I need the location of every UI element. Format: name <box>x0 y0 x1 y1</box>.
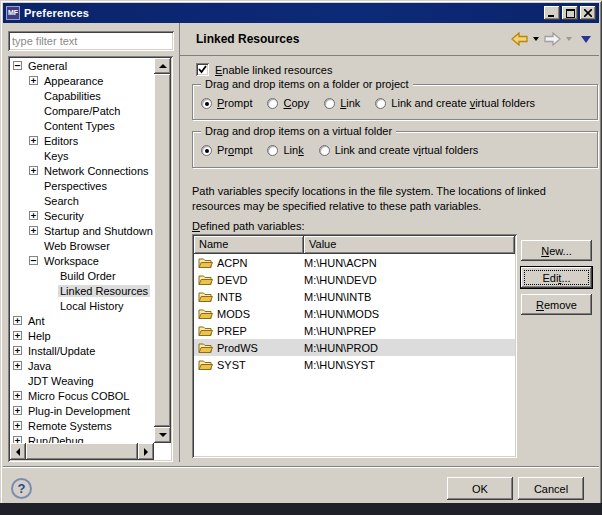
radio-label: Link and create virtual folders <box>391 97 535 109</box>
radio-link-and-create-virtual-folders[interactable]: Link and create virtual folders <box>375 97 535 109</box>
filter-input[interactable] <box>8 31 174 51</box>
minimize-icon <box>548 9 556 17</box>
plus-expander-icon[interactable]: + <box>13 316 22 325</box>
tree-item-label: Remote Systems <box>26 420 114 432</box>
plus-expander-icon[interactable]: + <box>29 76 38 85</box>
vertical-scroll-thumb[interactable] <box>154 74 171 427</box>
column-header-value[interactable]: Value <box>304 236 515 254</box>
close-icon <box>584 9 592 17</box>
close-button[interactable] <box>580 6 596 20</box>
radio-icon <box>267 98 278 109</box>
variable-name: ProdWS <box>217 342 304 354</box>
tree-item-label: Plug-in Development <box>26 405 132 417</box>
scroll-left-icon[interactable] <box>10 443 26 460</box>
tree-vertical-scrollbar[interactable] <box>154 58 171 443</box>
tree-item-content-types[interactable]: Content Types <box>10 118 154 133</box>
tree-item-editors[interactable]: +Editors <box>10 133 154 148</box>
tree-item-local-history[interactable]: Local History <box>10 298 154 313</box>
table-row-acpn[interactable]: ACPNM:\HUN\ACPN <box>194 254 515 271</box>
view-menu-icon[interactable] <box>581 36 591 43</box>
column-header-name[interactable]: Name <box>194 236 304 254</box>
back-history-caret-icon[interactable] <box>533 37 539 41</box>
desktop-background-strip <box>0 503 602 515</box>
tree-item-label: Startup and Shutdown <box>42 225 154 237</box>
table-row-devd[interactable]: DEVDM:\HUN\DEVD <box>194 271 515 288</box>
radio-selected-icon <box>201 98 212 109</box>
variable-name: PREP <box>217 325 304 337</box>
page-title: Linked Resources <box>196 32 299 46</box>
tree-item-startup-and-shutdown[interactable]: +Startup and Shutdown <box>10 223 154 238</box>
radio-prompt[interactable]: Prompt <box>201 144 252 156</box>
horizontal-scroll-thumb[interactable] <box>26 443 138 460</box>
ok-button[interactable]: OK <box>447 477 513 500</box>
plus-expander-icon[interactable]: + <box>13 421 22 430</box>
tree-item-workspace[interactable]: –Workspace <box>10 253 154 268</box>
plus-expander-icon[interactable]: + <box>29 211 38 220</box>
radio-link[interactable]: Link <box>267 144 303 156</box>
enable-linked-resources-checkbox[interactable]: Enable linked resources <box>196 63 332 76</box>
maximize-button[interactable] <box>562 6 578 20</box>
tree-item-network-connections[interactable]: +Network Connections <box>10 163 154 178</box>
tree-item-ant[interactable]: +Ant <box>10 313 154 328</box>
remove-button[interactable]: Remove <box>521 294 592 315</box>
table-row-prodws[interactable]: ProdWSM:\HUN\PROD <box>194 339 515 356</box>
new-button[interactable]: New... <box>521 240 592 261</box>
plus-expander-icon[interactable]: + <box>13 391 22 400</box>
tree-item-linked-resources[interactable]: Linked Resources <box>10 283 154 298</box>
table-row-intb[interactable]: INTBM:\HUN\INTB <box>194 288 515 305</box>
radio-copy[interactable]: Copy <box>267 97 309 109</box>
tree-item-security[interactable]: +Security <box>10 208 154 223</box>
table-row-mods[interactable]: MODSM:\HUN\MODS <box>194 305 515 322</box>
tree-item-install-update[interactable]: +Install/Update <box>10 343 154 358</box>
tree-item-help[interactable]: +Help <box>10 328 154 343</box>
help-button[interactable]: ? <box>11 478 32 499</box>
panel-header: Linked Resources <box>180 23 599 56</box>
minimize-button[interactable] <box>544 6 560 20</box>
tree-item-search[interactable]: Search <box>10 193 154 208</box>
plus-expander-icon[interactable]: + <box>13 331 22 340</box>
tree-item-java[interactable]: +Java <box>10 358 154 373</box>
table-row-syst[interactable]: SYSTM:\HUN\SYST <box>194 356 515 373</box>
tree-item-perspectives[interactable]: Perspectives <box>10 178 154 193</box>
plus-expander-icon[interactable]: + <box>29 226 38 235</box>
tree-item-run-debug[interactable]: +Run/Debug <box>10 433 154 443</box>
scroll-up-icon[interactable] <box>154 58 171 74</box>
checkbox-label: Enable linked resources <box>215 64 332 76</box>
plus-expander-icon[interactable]: + <box>29 136 38 145</box>
tree-horizontal-scrollbar[interactable] <box>10 443 154 460</box>
table-row-prep[interactable]: PREPM:\HUN\PREP <box>194 322 515 339</box>
tree-item-build-order[interactable]: Build Order <box>10 268 154 283</box>
plus-expander-icon[interactable]: + <box>13 406 22 415</box>
tree-item-label: Install/Update <box>26 345 97 357</box>
tree-item-web-browser[interactable]: Web Browser <box>10 238 154 253</box>
group-title: Drag and drop items on a virtual folder <box>201 125 396 137</box>
tree-item-keys[interactable]: Keys <box>10 148 154 163</box>
tree-item-capabilities[interactable]: Capabilities <box>10 88 154 103</box>
scroll-down-icon[interactable] <box>154 427 171 443</box>
radio-link-and-create-virtual-folders[interactable]: Link and create virtual folders <box>319 144 479 156</box>
edit-button[interactable]: Edit... <box>521 267 592 288</box>
minus-expander-icon[interactable]: – <box>29 256 38 265</box>
plus-expander-icon[interactable]: + <box>13 346 22 355</box>
minus-expander-icon[interactable]: – <box>13 61 22 70</box>
plus-expander-icon[interactable]: + <box>13 436 22 443</box>
tree-item-compare-patch[interactable]: Compare/Patch <box>10 103 154 118</box>
back-arrow-icon[interactable] <box>511 32 528 46</box>
folder-icon <box>198 257 213 269</box>
tree-item-plug-in-development[interactable]: +Plug-in Development <box>10 403 154 418</box>
tree-item-remote-systems[interactable]: +Remote Systems <box>10 418 154 433</box>
tree-item-jdt-weaving[interactable]: JDT Weaving <box>10 373 154 388</box>
plus-expander-icon[interactable]: + <box>29 166 38 175</box>
radio-link[interactable]: Link <box>324 97 360 109</box>
radio-selected-icon <box>201 145 212 156</box>
scroll-right-icon[interactable] <box>138 443 154 460</box>
tree-item-label: Perspectives <box>42 180 109 192</box>
title-bar[interactable]: MF Preferences <box>3 3 599 23</box>
radio-prompt[interactable]: Prompt <box>201 97 252 109</box>
cancel-button[interactable]: Cancel <box>518 477 584 500</box>
tree-item-micro-focus-cobol[interactable]: +Micro Focus COBOL <box>10 388 154 403</box>
tree-item-general[interactable]: –General <box>10 58 154 73</box>
tree-item-appearance[interactable]: +Appearance <box>10 73 154 88</box>
plus-expander-icon[interactable]: + <box>13 361 22 370</box>
variable-name: SYST <box>217 359 304 371</box>
